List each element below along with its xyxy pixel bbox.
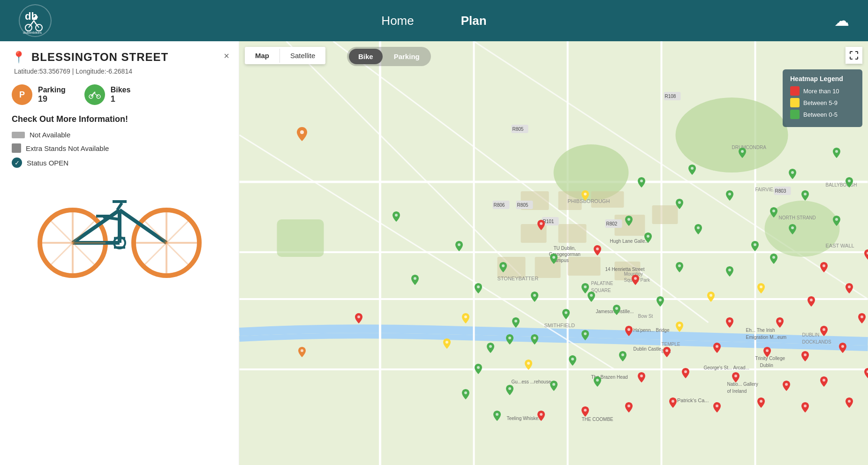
logo-circle: db dublinbikes xyxy=(19,4,52,37)
legend-label-red: More than 10 xyxy=(803,88,839,95)
header-right: ☁ xyxy=(834,12,849,30)
svg-text:George's St... Arcad...: George's St... Arcad... xyxy=(704,365,750,370)
svg-text:Teeling Whiske...: Teeling Whiske... xyxy=(507,416,543,421)
svg-text:Campus: Campus xyxy=(551,258,569,263)
svg-text:DRUMCONDRA: DRUMCONDRA xyxy=(732,145,767,150)
svg-text:R803: R803 xyxy=(775,188,786,194)
svg-rect-50 xyxy=(277,219,324,257)
svg-rect-56 xyxy=(559,224,587,243)
svg-text:TEMPLE: TEMPLE xyxy=(662,342,680,347)
info-text-1: Not Available xyxy=(30,131,70,139)
mode-toggle: Bike Parking xyxy=(347,47,431,66)
svg-text:SQUARE: SQUARE xyxy=(591,288,611,293)
fullscreen-button[interactable] xyxy=(845,47,862,64)
fullscreen-icon xyxy=(850,51,858,60)
info-icon-rect xyxy=(12,132,25,138)
map-container: PHIBSBOROUGH DRUMCONDRA STONEYBATTER PAL… xyxy=(239,41,868,465)
svg-text:BAR: BAR xyxy=(662,349,672,354)
nav-home[interactable]: Home xyxy=(381,14,414,28)
svg-text:Emigration M...eum: Emigration M...eum xyxy=(746,335,787,340)
bike-icon xyxy=(84,84,105,105)
svg-rect-58 xyxy=(652,205,678,224)
legend-label-yellow: Between 5-9 xyxy=(803,99,838,106)
heatmap-legend: Heatmap Legend More than 10 Between 5-9 … xyxy=(783,69,862,127)
svg-text:Square Park: Square Park xyxy=(624,278,651,283)
parking-mode-button[interactable]: Parking xyxy=(385,49,429,64)
svg-text:dublinbikes: dublinbikes xyxy=(23,30,42,35)
svg-text:SMITHFIELD: SMITHFIELD xyxy=(544,322,575,328)
parking-label: Parking xyxy=(38,86,66,94)
info-text-2: Extra Stands Not Available xyxy=(26,144,109,152)
weather-icon: ☁ xyxy=(834,12,849,29)
sidebar: × 📍 BLESSINGTON STREET Latitude:53.35676… xyxy=(0,41,239,465)
svg-text:Dublin: Dublin xyxy=(760,363,773,368)
header: db dublinbikes Home Plan ☁ xyxy=(0,0,868,41)
station-header: 📍 BLESSINGTON STREET xyxy=(12,51,227,64)
svg-text:TU Dublin,: TU Dublin, xyxy=(554,246,576,251)
svg-text:Mountjoy: Mountjoy xyxy=(624,271,643,277)
svg-text:The Brazen Head: The Brazen Head xyxy=(591,375,628,380)
main-nav: Home Plan xyxy=(381,14,486,28)
parking-stat: P Parking 19 xyxy=(12,84,66,105)
legend-item-red: More than 10 xyxy=(790,86,855,96)
svg-line-16 xyxy=(120,210,166,243)
svg-text:EAST WALL: EAST WALL xyxy=(826,243,854,248)
close-button[interactable]: × xyxy=(224,51,229,61)
legend-item-yellow: Between 5-9 xyxy=(790,98,855,107)
logo-svg: db dublinbikes xyxy=(21,7,49,35)
svg-text:R108: R108 xyxy=(665,94,676,99)
map-view-button[interactable]: Map xyxy=(245,47,279,64)
svg-text:R805: R805 xyxy=(513,127,524,132)
bike-mode-button[interactable]: Bike xyxy=(349,49,383,64)
svg-text:STONEYBATTER: STONEYBATTER xyxy=(498,276,539,281)
svg-text:St Patrick's Ca...: St Patrick's Ca... xyxy=(671,398,709,403)
legend-title: Heatmap Legend xyxy=(790,75,855,82)
legend-color-green xyxy=(790,110,800,119)
map-controls: Map Satellite xyxy=(245,47,325,64)
svg-text:DOCKLANDS: DOCKLANDS xyxy=(802,339,832,345)
coordinates: Latitude:53.356769 | Longitude:-6.26814 xyxy=(12,68,227,75)
svg-rect-61 xyxy=(568,257,601,276)
svg-text:NORTH STRAND: NORTH STRAND xyxy=(779,215,816,220)
svg-text:Bow St: Bow St xyxy=(638,314,653,319)
svg-text:PHIBSBOROUGH: PHIBSBOROUGH xyxy=(568,198,610,204)
svg-text:DUBLIN: DUBLIN xyxy=(802,332,820,338)
svg-text:Trinity College: Trinity College xyxy=(755,356,785,361)
bikes-value: 1 xyxy=(111,94,131,104)
svg-text:R802: R802 xyxy=(606,221,618,226)
bikes-info: Bikes 1 xyxy=(111,86,131,104)
bikes-stat: Bikes 1 xyxy=(84,84,131,105)
more-info-title: Check Out More Information! xyxy=(12,114,227,124)
logo-area: db dublinbikes xyxy=(19,4,52,37)
map-background[interactable]: PHIBSBOROUGH DRUMCONDRA STONEYBATTER PAL… xyxy=(239,41,868,465)
svg-text:Hugh Lane Galle...: Hugh Lane Galle... xyxy=(610,239,649,244)
svg-text:PALATINE: PALATINE xyxy=(591,281,613,286)
info-item-3: ✓ Status OPEN xyxy=(12,158,227,168)
legend-color-yellow xyxy=(790,98,800,107)
station-name: BLESSINGTON STREET xyxy=(31,51,168,64)
info-list: Not Available Extra Stands Not Available… xyxy=(12,131,227,168)
svg-text:Grangegorman: Grangegorman xyxy=(549,252,581,257)
info-item-1: Not Available xyxy=(12,131,227,139)
satellite-view-button[interactable]: Satellite xyxy=(280,47,325,64)
svg-text:R805: R805 xyxy=(517,202,528,208)
info-item-2: Extra Stands Not Available xyxy=(12,143,227,153)
legend-color-red xyxy=(790,86,800,96)
info-text-3: Status OPEN xyxy=(27,159,68,167)
svg-point-48 xyxy=(676,98,788,172)
stats-row: P Parking 19 Bikes xyxy=(12,84,227,105)
nav-plan[interactable]: Plan xyxy=(461,14,487,28)
legend-item-green: Between 0-5 xyxy=(790,110,855,119)
svg-point-12 xyxy=(94,92,95,93)
parking-icon: P xyxy=(12,84,32,105)
svg-text:Ha'penn... Bridge: Ha'penn... Bridge xyxy=(634,328,670,333)
svg-text:THE COOMBE: THE COOMBE xyxy=(582,417,614,422)
main-container: × 📍 BLESSINGTON STREET Latitude:53.35676… xyxy=(0,41,868,465)
svg-text:Dublin Castle: Dublin Castle xyxy=(634,346,662,352)
info-icon-square xyxy=(12,143,21,153)
svg-text:Eh... The Irish: Eh... The Irish xyxy=(746,328,775,333)
info-icon-check: ✓ xyxy=(12,158,22,168)
location-icon: 📍 xyxy=(12,51,26,64)
svg-text:Gu...ess ...rehouse: Gu...ess ...rehouse xyxy=(512,379,551,384)
svg-text:BALLYBOUGH: BALLYBOUGH xyxy=(826,182,857,188)
